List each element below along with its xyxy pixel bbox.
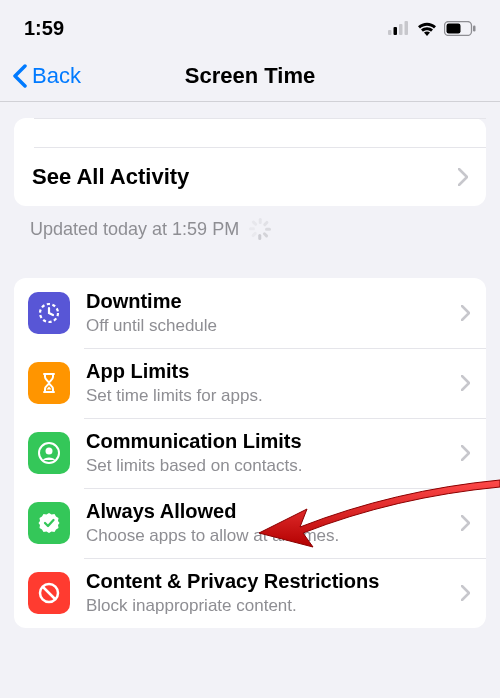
chevron-right-icon [458, 168, 468, 186]
app-limits-row[interactable]: App Limits Set time limits for apps. [14, 348, 486, 418]
status-bar: 1:59 [0, 0, 500, 50]
svg-rect-6 [473, 25, 476, 31]
app-limits-title: App Limits [86, 359, 453, 384]
no-symbol-icon [28, 572, 70, 614]
chevron-right-icon [461, 515, 470, 531]
communication-limits-title: Communication Limits [86, 429, 453, 454]
always-allowed-title: Always Allowed [86, 499, 453, 524]
updated-label: Updated today at 1:59 PM [30, 219, 239, 240]
always-allowed-row[interactable]: Always Allowed Choose apps to allow at a… [14, 488, 486, 558]
downtime-subtitle: Off until schedule [86, 315, 453, 337]
hourglass-icon [28, 362, 70, 404]
status-time: 1:59 [24, 17, 64, 40]
svg-point-9 [46, 448, 53, 455]
loading-spinner-icon [249, 218, 271, 240]
content-privacy-row[interactable]: Content & Privacy Restrictions Block ina… [14, 558, 486, 628]
communication-limits-row[interactable]: Communication Limits Set limits based on… [14, 418, 486, 488]
settings-card: Downtime Off until schedule App Limits S… [14, 278, 486, 628]
downtime-title: Downtime [86, 289, 453, 314]
svg-rect-1 [394, 27, 398, 35]
person-circle-icon [28, 432, 70, 474]
page-title: Screen Time [185, 63, 315, 89]
cellular-icon [388, 21, 410, 35]
chevron-right-icon [461, 305, 470, 321]
chevron-left-icon [12, 64, 28, 88]
wifi-icon [416, 20, 438, 36]
battery-icon [444, 21, 476, 36]
downtime-row[interactable]: Downtime Off until schedule [14, 278, 486, 348]
checkmark-seal-icon [28, 502, 70, 544]
see-all-activity-row[interactable]: See All Activity [14, 148, 486, 206]
nav-bar: Back Screen Time [0, 50, 500, 102]
chevron-right-icon [461, 445, 470, 461]
svg-rect-3 [405, 21, 409, 35]
content-privacy-subtitle: Block inappropriate content. [86, 595, 453, 617]
content-privacy-title: Content & Privacy Restrictions [86, 569, 453, 594]
app-limits-subtitle: Set time limits for apps. [86, 385, 453, 407]
svg-rect-2 [399, 24, 403, 35]
see-all-activity-label: See All Activity [32, 164, 189, 190]
updated-status: Updated today at 1:59 PM [0, 206, 500, 258]
back-label: Back [32, 63, 81, 89]
activity-card: See All Activity [14, 118, 486, 206]
chevron-right-icon [461, 375, 470, 391]
communication-limits-subtitle: Set limits based on contacts. [86, 455, 453, 477]
always-allowed-subtitle: Choose apps to allow at all times. [86, 525, 453, 547]
back-button[interactable]: Back [12, 63, 81, 89]
svg-rect-5 [447, 23, 461, 33]
status-indicators [388, 20, 476, 36]
downtime-icon [28, 292, 70, 334]
chevron-right-icon [461, 585, 470, 601]
svg-rect-0 [388, 30, 392, 35]
svg-line-11 [43, 587, 55, 599]
